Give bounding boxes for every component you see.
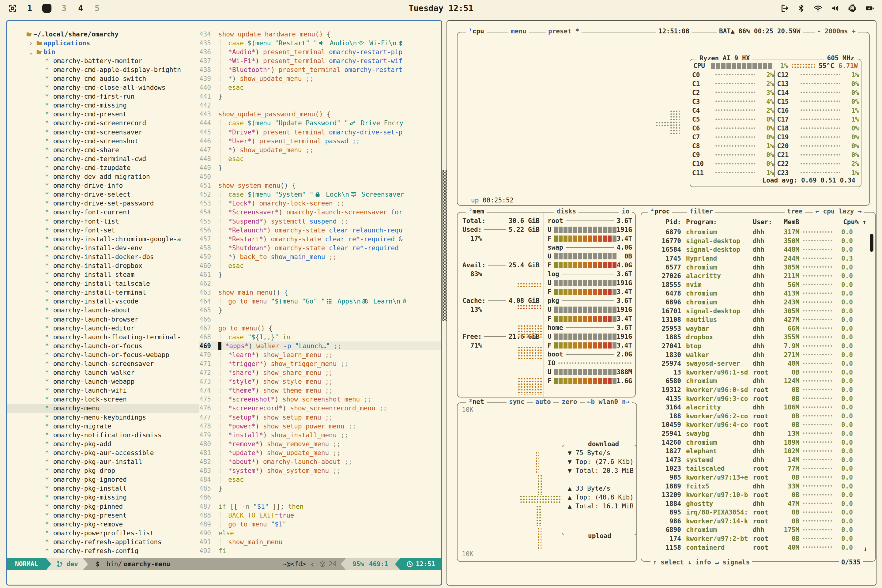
io-mode-button[interactable]: io: [619, 208, 632, 215]
code-line[interactable]: 490else: [200, 529, 441, 537]
tree-item[interactable]: *omarchy-cmd-terminal-cwd: [7, 154, 200, 163]
code-line[interactable]: 465}: [200, 306, 441, 315]
interface-selector[interactable]: ←b wlan0 n→: [585, 398, 632, 405]
process-row[interactable]: 4135kworker/u96:3-coroot0B0.0: [641, 394, 875, 403]
tree-item[interactable]: *omarchy-pkg-install: [7, 484, 200, 493]
tree-item[interactable]: *omarchy-launch-about: [7, 306, 200, 315]
code-line[interactable]: 453 *Lock*) omarchy-lock-screen ;;: [200, 199, 441, 208]
process-row[interactable]: 1158containerdroot40M0.0: [641, 543, 875, 552]
process-row[interactable]: 13kworker/u96:1-sdroot0B0.0: [641, 368, 875, 377]
process-row[interactable]: 895irq/80-PIXA3854:root0B0.0: [641, 508, 875, 517]
code-line[interactable]: 448 esac: [200, 154, 441, 163]
tree-item[interactable]: *omarchy-drive-select: [7, 190, 200, 199]
code-line[interactable]: 470 *learn*) show_learn_menu ;;: [200, 350, 441, 359]
tree-item[interactable]: *omarchy-launch-walker: [7, 368, 200, 377]
tree-item[interactable]: *omarchy-pkg-aur-accessible: [7, 448, 200, 457]
tree-item[interactable]: *omarchy-launch-floating-terminal-: [7, 333, 200, 342]
preset-button[interactable]: preset *: [546, 28, 582, 35]
tree-item[interactable]: *omarchy-install-dev-env: [7, 243, 200, 252]
disks-title[interactable]: disks: [554, 208, 579, 215]
code-line[interactable]: 444 case $(menu "Update Password" " Driv…: [200, 119, 441, 128]
filter-button[interactable]: filter: [687, 208, 716, 215]
process-row[interactable]: 6577chromiumdhh385M0.0: [641, 263, 875, 272]
tree-item[interactable]: *omarchy-pkg-remove: [7, 520, 200, 529]
code-line[interactable]: 489 go_to_menu "$1": [200, 520, 441, 529]
tree-item[interactable]: *omarchy-install-docker-dbs: [7, 252, 200, 261]
process-row[interactable]: 1745Hyprlanddhh244M0.3: [641, 254, 875, 263]
workspace-5[interactable]: 5: [93, 4, 101, 13]
code-line[interactable]: 443show_update_password_menu() {: [200, 110, 441, 119]
tree-root[interactable]: ~/.local/share/omarchy: [7, 30, 200, 39]
tree-item[interactable]: *omarchy-install-dropbox: [7, 261, 200, 270]
tree-item[interactable]: *omarchy-pkg-ignored: [7, 475, 200, 484]
tree-toggle-button[interactable]: tree: [784, 208, 805, 215]
tree-item[interactable]: *omarchy-pkg-add: [7, 440, 200, 448]
process-row[interactable]: 10459kworker/u96:4-coroot0B0.0: [641, 420, 875, 429]
tree-item[interactable]: *omarchy-notification-dismiss: [7, 430, 200, 440]
process-row[interactable]: 6478chromiumdhh413M0.0: [641, 289, 875, 298]
workspace-overview-icon[interactable]: [8, 4, 17, 13]
tree-item[interactable]: *omarchy-cmd-apple-display-brightn: [7, 65, 200, 74]
code-line[interactable]: 440 esac: [200, 83, 441, 92]
process-row[interactable]: 6890chromiumdhh175M0.0: [641, 525, 875, 534]
code-line[interactable]: 454 *Screensaver*) omarchy-launch-screen…: [200, 208, 441, 217]
process-row[interactable]: 18555nvimdhh56M0.0: [641, 280, 875, 290]
tree-item[interactable]: *omarchy-pkg-drop: [7, 466, 200, 475]
code-line[interactable]: 473 *style*) show_style_menu ;;: [200, 377, 441, 386]
code-line[interactable]: 458 *Shutdown*) omarchy-state clear re*-…: [200, 243, 441, 252]
code-line[interactable]: 441}: [200, 92, 441, 101]
tree-item[interactable]: *omarchy-pkg-present: [7, 511, 200, 520]
scroll-down-arrow[interactable]: ↓: [863, 545, 867, 552]
code-line[interactable]: 492fi: [200, 546, 441, 555]
tree-item[interactable]: *omarchy-launch-browser: [7, 315, 200, 324]
code-line[interactable]: 467go_to_menu() {: [200, 324, 441, 333]
tree-item[interactable]: *omarchy-pkg-missing: [7, 493, 200, 502]
tree-item[interactable]: *omarchy-lock-screen: [7, 395, 200, 404]
code-line[interactable]: 482 *about*) omarchy-launch-about ;;: [200, 458, 441, 466]
code-line[interactable]: 487if [[ -n "$1" ]]; then: [200, 502, 441, 511]
sort-control[interactable]: ← cpu lazy →: [813, 208, 864, 215]
tree-item[interactable]: *omarchy-dev-add-migration: [7, 172, 200, 181]
tree-item[interactable]: *omarchy-install-terminal: [7, 288, 200, 297]
bluetooth-icon[interactable]: [797, 4, 806, 12]
tree-item[interactable]: *omarchy-refresh-config: [7, 546, 200, 555]
process-row[interactable]: 986kworker/u97:14-kroot0B0.0: [641, 517, 875, 526]
process-row[interactable]: 16701signal-desktopdhh305M0.0: [641, 306, 875, 315]
tree-item[interactable]: *omarchy-drive-set-password: [7, 199, 200, 208]
tree-item[interactable]: *omarchy-cmd-screenrecord: [7, 119, 200, 128]
tree-item[interactable]: *omarchy-install-vscode: [7, 297, 200, 306]
code-editor[interactable]: 434show_update_hardware_menu() {435 case…: [200, 21, 441, 558]
tree-item[interactable]: *omarchy-pkg-aur-install: [7, 458, 200, 466]
tree-item[interactable]: *omarchy-cmd-audio-switch: [7, 74, 200, 83]
code-line[interactable]: 474 *theme*) show_theme_menu ;;: [200, 386, 441, 395]
tree-item[interactable]: *omarchy-cmd-share: [7, 146, 200, 154]
command-line[interactable]: [7, 570, 441, 585]
code-line[interactable]: 485}: [200, 484, 441, 493]
code-line[interactable]: 462: [200, 279, 441, 288]
code-line[interactable]: 456 *Relaunch*) omarchy-state clear rela…: [200, 226, 441, 235]
tree-item[interactable]: *omarchy-install-tailscale: [7, 279, 200, 288]
workspace-1[interactable]: 1: [26, 4, 34, 13]
process-scrollbar[interactable]: [870, 234, 873, 252]
code-line[interactable]: 469 *apps*) walker -p "Launch…" ;;: [200, 342, 441, 350]
tree-item[interactable]: *omarchy-pkg-pinned: [7, 502, 200, 511]
tree-item[interactable]: *omarchy-font-set: [7, 226, 200, 235]
code-line[interactable]: 475 *screenshot*) show_screenshot_menu ;…: [200, 395, 441, 404]
code-line[interactable]: 446 *User*) present_terminal passwd ;;: [200, 136, 441, 146]
code-line[interactable]: 437 *Wi-Fi*) present_terminal omarchy-re…: [200, 56, 441, 65]
process-row[interactable]: 6896chromiumdhh243M0.0: [641, 298, 875, 307]
sync-button[interactable]: sync: [507, 398, 527, 405]
code-line[interactable]: 449}: [200, 163, 441, 172]
code-line[interactable]: 464 go_to_menu "$(menu "Go" " Apps\n Lea…: [200, 297, 441, 306]
workspace-3[interactable]: 3: [60, 4, 68, 13]
code-line[interactable]: 445 *Drive*) present_terminal omarchy-dr…: [200, 128, 441, 136]
code-line[interactable]: 472 *share*) show_share_menu ;;: [200, 368, 441, 377]
code-line[interactable]: 434show_update_hardware_menu() {: [200, 30, 441, 39]
process-row[interactable]: 1885dropboxdhh355M0.0: [641, 333, 875, 342]
process-row[interactable]: 1830walkerdhh271M0.0: [641, 350, 875, 359]
process-footer-keys[interactable]: ↑ select ↓ info ↵ signals: [651, 559, 752, 566]
process-row[interactable]: 1023tailscaledroot77M0.0: [641, 464, 875, 473]
tree-item[interactable]: *omarchy-launch-or-focus-webapp: [7, 350, 200, 359]
tree-item[interactable]: *omarchy-launch-screensaver: [7, 359, 200, 368]
auto-button[interactable]: auto: [533, 398, 554, 405]
